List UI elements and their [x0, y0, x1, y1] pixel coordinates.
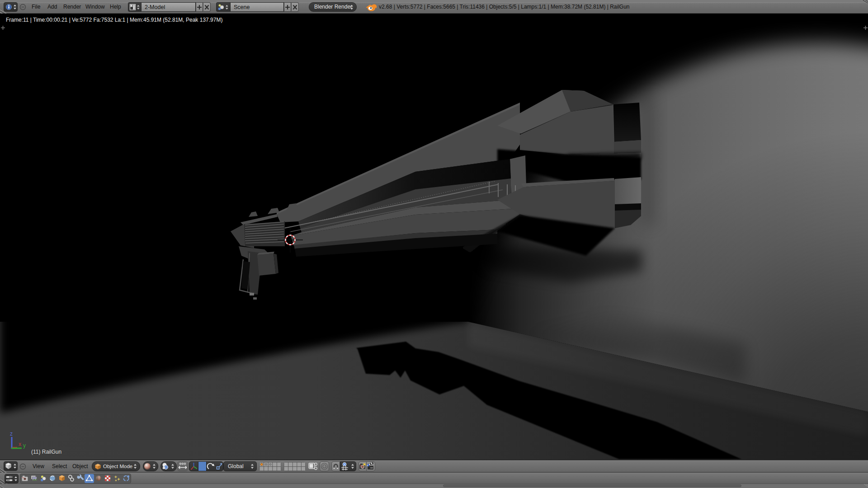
svg-text:x: x	[19, 441, 21, 447]
svg-text:z: z	[10, 431, 13, 437]
svg-text:y: y	[23, 442, 26, 449]
